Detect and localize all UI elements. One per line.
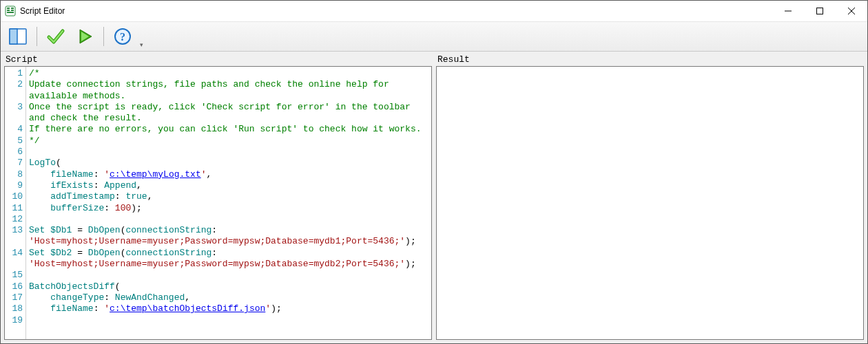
code-line[interactable]: Once the script is ready, click 'Check s… — [29, 102, 428, 125]
result-area[interactable] — [436, 66, 864, 340]
help-icon: ? — [113, 27, 132, 46]
toolbar-separator — [103, 27, 104, 46]
svg-rect-3 — [11, 8, 14, 9]
result-pane: Result — [436, 54, 864, 340]
result-pane-header: Result — [436, 54, 864, 66]
title-bar: Script Editor — [1, 1, 867, 22]
svg-rect-7 — [817, 8, 823, 14]
code-line[interactable]: fileName: 'c:\temp\myLog.txt', — [29, 169, 428, 180]
app-icon — [5, 6, 16, 17]
code-line[interactable]: Set $Db2 = DbOpen(connectionString: 'Hos… — [29, 248, 428, 270]
script-pane-header: Script — [4, 54, 432, 66]
code-line[interactable]: /* — [29, 68, 428, 79]
svg-rect-4 — [11, 10, 14, 11]
code-line[interactable] — [29, 270, 428, 281]
code-line[interactable]: addTimestamp: true, — [29, 191, 428, 202]
layout-button[interactable] — [5, 23, 31, 50]
code-line[interactable]: fileName: 'c:\temp\batchObjectsDiff.json… — [29, 303, 428, 314]
layout-icon — [8, 27, 28, 46]
check-script-button[interactable] — [43, 23, 69, 50]
window-title: Script Editor — [20, 6, 65, 16]
line-number-gutter: 12.3.45678910111213.14.1516171819 — [5, 67, 26, 339]
code-line[interactable] — [29, 214, 428, 225]
script-editor[interactable]: 12.3.45678910111213.14.1516171819 /*Upda… — [4, 66, 432, 340]
code-area[interactable]: /*Update connection strings, file paths … — [26, 67, 431, 339]
maximize-button[interactable] — [804, 1, 836, 21]
script-pane: Script 12.3.45678910111213.14.1516171819… — [4, 54, 432, 340]
app-window: Script Editor — [0, 0, 868, 344]
close-button[interactable] — [836, 1, 867, 21]
code-line[interactable]: ifExists: Append, — [29, 180, 428, 191]
code-line[interactable]: bufferSize: 100); — [29, 203, 428, 214]
svg-rect-5 — [7, 12, 14, 13]
code-line[interactable]: Update connection strings, file paths an… — [29, 79, 428, 102]
help-button[interactable]: ? — [110, 23, 136, 50]
play-icon — [75, 27, 94, 46]
run-script-button[interactable] — [72, 23, 98, 50]
code-line[interactable]: If there are no errors, you can click 'R… — [29, 124, 428, 135]
svg-text:?: ? — [120, 31, 125, 43]
toolbar-separator — [37, 27, 37, 46]
toolbar: ? ▾ — [1, 22, 867, 52]
code-line[interactable]: BatchObjectsDiff( — [29, 281, 428, 292]
check-icon — [46, 27, 65, 46]
code-line[interactable]: LogTo( — [29, 158, 428, 169]
code-line[interactable] — [29, 315, 428, 326]
svg-rect-1 — [7, 8, 10, 9]
code-line[interactable]: changeType: NewAndChanged, — [29, 292, 428, 303]
code-line[interactable]: */ — [29, 136, 428, 147]
toolbar-overflow-button[interactable]: ▾ — [138, 40, 145, 50]
code-line[interactable]: Set $Db1 = DbOpen(connectionString: 'Hos… — [29, 225, 428, 248]
work-area: Script 12.3.45678910111213.14.1516171819… — [1, 52, 867, 343]
svg-rect-2 — [7, 10, 10, 11]
minimize-button[interactable] — [772, 1, 804, 21]
code-line[interactable] — [29, 147, 428, 158]
svg-rect-11 — [10, 29, 17, 44]
